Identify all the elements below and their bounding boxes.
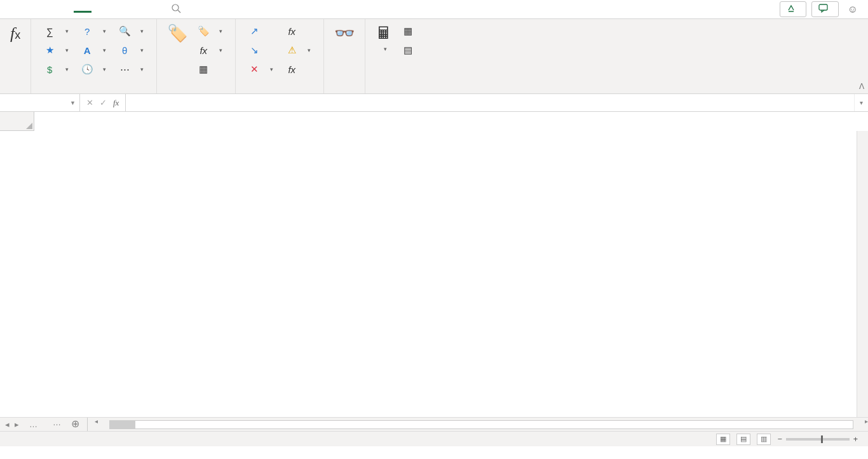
- group-defined-names-label: [163, 90, 229, 92]
- tab-formulas[interactable]: [74, 6, 92, 13]
- comment-icon: [818, 4, 828, 15]
- enter-formula-icon[interactable]: ✓: [100, 98, 107, 107]
- math-trig-button[interactable]: θ: [116, 42, 146, 58]
- tab-data[interactable]: [92, 6, 109, 13]
- tab-scroll-right-icon[interactable]: ▸: [15, 420, 19, 429]
- lookup-icon: 🔍: [119, 25, 130, 37]
- view-normal-button[interactable]: ▦: [716, 434, 730, 445]
- horizontal-scrollbar[interactable]: [109, 420, 853, 429]
- recently-used-button[interactable]: ★: [41, 42, 71, 58]
- tab-help[interactable]: [145, 6, 163, 13]
- arrow-up-right-icon: ↗: [248, 25, 260, 37]
- fx-bar-icon[interactable]: fx: [113, 98, 119, 108]
- tab-page-layout[interactable]: [56, 6, 74, 13]
- financial-button[interactable]: $: [41, 61, 71, 78]
- spreadsheet-grid[interactable]: [0, 112, 868, 417]
- svg-line-1: [178, 10, 180, 13]
- formula-expand-icon[interactable]: ▾: [854, 94, 868, 111]
- cancel-formula-icon[interactable]: ✕: [86, 98, 93, 107]
- more-functions-button[interactable]: ⋯: [116, 61, 146, 78]
- select-all-corner[interactable]: [0, 112, 34, 131]
- ribbon: fx ∑ ★ $ ? A 🕓 🔍 θ ⋯: [0, 19, 868, 94]
- more-icon: ⋯: [119, 64, 130, 75]
- group-calculation-label: [372, 90, 420, 92]
- svg-point-0: [172, 4, 179, 11]
- sheet-tab-bar: ◂ ▸ … … ⊕ ◂ ▸: [0, 417, 868, 431]
- date-time-button[interactable]: 🕓: [79, 61, 109, 78]
- tab-file[interactable]: [3, 6, 20, 13]
- name-box-dropdown-icon[interactable]: ▼: [70, 100, 76, 106]
- warning-icon: ⚠: [286, 45, 297, 56]
- lookup-reference-button[interactable]: 🔍: [116, 23, 146, 39]
- error-checking-button[interactable]: ⚠: [283, 42, 313, 58]
- view-page-layout-button[interactable]: ▤: [736, 434, 750, 445]
- show-formulas-button[interactable]: fx: [283, 23, 313, 39]
- ribbon-tabs: ☺: [0, 0, 868, 19]
- question-icon: ?: [81, 26, 93, 37]
- group-formula-auditing-label: [242, 90, 317, 92]
- eval-fx-icon: fx: [286, 64, 297, 75]
- show-fx-icon: fx: [286, 26, 297, 37]
- text-icon: A: [81, 45, 93, 56]
- logical-button[interactable]: ?: [79, 23, 109, 39]
- view-page-break-button[interactable]: ▥: [757, 434, 771, 445]
- theta-icon: θ: [119, 45, 130, 56]
- tag-icon: 🏷️: [167, 24, 187, 43]
- zoom-in-button[interactable]: +: [853, 435, 858, 444]
- tab-scroll-more-right-icon[interactable]: …: [48, 418, 66, 431]
- zoom-slider[interactable]: [786, 438, 850, 441]
- share-icon: [787, 4, 796, 15]
- tab-insert[interactable]: [38, 6, 56, 13]
- tab-view[interactable]: [127, 6, 145, 13]
- remove-arrows-button[interactable]: ✕: [246, 61, 276, 78]
- tab-review[interactable]: [109, 6, 127, 13]
- calculator-icon: 🖩: [376, 24, 392, 43]
- sheet-icon: ▤: [402, 45, 414, 56]
- zoom-out-button[interactable]: −: [777, 435, 782, 444]
- calc-now-button[interactable]: ▦: [400, 23, 416, 39]
- ribbon-collapse-button[interactable]: ᐱ: [859, 82, 864, 91]
- trace-dependents-button[interactable]: ↘: [246, 42, 276, 58]
- formula-bar: ▼ ✕ ✓ fx ▾: [0, 94, 868, 112]
- tab-scroll-left-icon[interactable]: ◂: [5, 420, 10, 429]
- comments-button[interactable]: [811, 1, 839, 17]
- group-function-library-label: [37, 90, 150, 92]
- hscroll-right-icon[interactable]: ▸: [865, 418, 868, 431]
- vertical-scrollbar[interactable]: [857, 131, 868, 417]
- use-in-formula-button[interactable]: fx: [195, 42, 225, 58]
- watch-window-button[interactable]: 👓: [330, 22, 358, 47]
- sigma-icon: ∑: [44, 26, 55, 37]
- create-from-selection-button[interactable]: ▦: [195, 61, 225, 78]
- star-icon: ★: [44, 45, 55, 56]
- calc-sheet-button[interactable]: ▤: [400, 42, 416, 58]
- status-bar: ▦ ▤ ▥ − +: [0, 431, 868, 446]
- grid-icon: ▦: [198, 64, 209, 75]
- remove-arrows-icon: ✕: [248, 64, 260, 75]
- fx-icon: fx: [10, 24, 20, 43]
- search-icon: [172, 4, 181, 15]
- formula-input[interactable]: [126, 94, 854, 111]
- define-name-button[interactable]: 🏷️: [195, 23, 225, 39]
- glasses-icon: 👓: [334, 24, 355, 43]
- money-icon: $: [44, 64, 55, 75]
- tag-small-icon: 🏷️: [198, 25, 209, 37]
- share-button[interactable]: [780, 1, 806, 17]
- tab-home[interactable]: [20, 6, 38, 13]
- evaluate-formula-button[interactable]: fx: [283, 61, 313, 78]
- tell-me-search[interactable]: [172, 4, 185, 15]
- calc-options-button[interactable]: 🖩: [372, 22, 396, 55]
- name-manager-button[interactable]: 🏷️: [163, 22, 191, 47]
- tab-scroll-more-left-icon[interactable]: …: [24, 420, 43, 429]
- arrow-down-right-icon: ↘: [248, 45, 260, 56]
- name-box[interactable]: ▼: [0, 94, 80, 111]
- svg-rect-2: [819, 4, 827, 10]
- insert-function-button[interactable]: fx: [6, 22, 24, 47]
- clock-icon: 🕓: [81, 64, 93, 75]
- new-sheet-button[interactable]: ⊕: [66, 418, 85, 431]
- text-button[interactable]: A: [79, 42, 109, 58]
- feedback-smile-icon[interactable]: ☺: [848, 4, 858, 15]
- fx-small-icon: fx: [198, 45, 209, 56]
- trace-precedents-button[interactable]: ↗: [246, 23, 276, 39]
- sheet-calc-icon: ▦: [402, 25, 414, 37]
- autosum-button[interactable]: ∑: [41, 23, 71, 39]
